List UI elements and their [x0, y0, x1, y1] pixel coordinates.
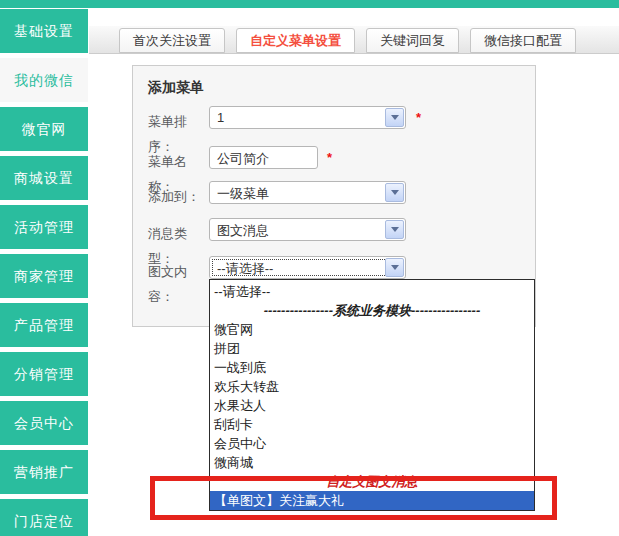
add-to-select[interactable]: 一级菜单 — [209, 181, 406, 204]
sidebar: 基础设置 我的微信 微官网 商城设置 活动管理 商家管理 产品管理 分销管理 会… — [0, 9, 88, 536]
sidebar-item-micro-site[interactable]: 微官网 — [0, 107, 88, 151]
dropdown-option-single-richtext-gift[interactable]: 【单图文】关注赢大礼 — [210, 491, 534, 510]
richtext-content-select[interactable]: --请选择-- — [209, 256, 406, 279]
dropdown-group-system-modules: ----------------系统业务模块---------------- — [210, 301, 534, 320]
dropdown-option-fruit-master[interactable]: 水果达人 — [210, 396, 534, 415]
dropdown-option-group-buy[interactable]: 拼团 — [210, 339, 534, 358]
sidebar-item-distribution-management[interactable]: 分销管理 — [0, 352, 88, 396]
sidebar-item-store-location[interactable]: 门店定位 — [0, 499, 88, 536]
dropdown-option-please-select[interactable]: --请选择-- — [210, 282, 534, 301]
richtext-content-value: --请选择-- — [217, 260, 273, 278]
sidebar-item-member-center[interactable]: 会员中心 — [0, 401, 88, 445]
menu-name-label-line1: 菜单名 — [148, 149, 206, 174]
dropdown-option-micro-mall[interactable]: 微商城 — [210, 453, 534, 472]
dropdown-option-member-center[interactable]: 会员中心 — [210, 434, 534, 453]
add-to-label: 添加到： — [148, 184, 206, 209]
tab-custom-menu-settings[interactable]: 自定义菜单设置 — [236, 28, 355, 53]
richtext-content-label: 图文内 容： — [148, 259, 206, 309]
menu-name-input[interactable]: 公司简介 — [209, 146, 318, 169]
message-type-select[interactable]: 图文消息 — [209, 218, 406, 241]
tab-bar: 首次关注设置 自定义菜单设置 关键词回复 微信接口配置 — [89, 26, 619, 54]
sidebar-item-product-management[interactable]: 产品管理 — [0, 303, 88, 347]
dropdown-group-custom-richtext: 自定义图文消息 — [210, 472, 534, 491]
tab-wechat-api-config[interactable]: 微信接口配置 — [470, 28, 576, 53]
tab-keyword-reply[interactable]: 关键词回复 — [366, 28, 459, 53]
chevron-down-icon[interactable] — [385, 258, 404, 277]
required-asterisk: * — [416, 110, 421, 125]
richtext-content-label-line1: 图文内 — [148, 259, 206, 284]
add-to-value: 一级菜单 — [217, 185, 269, 203]
sidebar-item-activity-management[interactable]: 活动管理 — [0, 205, 88, 249]
menu-order-label-line1: 菜单排 — [148, 109, 206, 134]
dropdown-option-micro-site[interactable]: 微官网 — [210, 320, 534, 339]
dropdown-option-quiz-battle[interactable]: 一战到底 — [210, 358, 534, 377]
dropdown-option-scratch-card[interactable]: 刮刮卡 — [210, 415, 534, 434]
message-type-value: 图文消息 — [217, 222, 269, 240]
richtext-content-label-line2: 容： — [148, 284, 206, 309]
dropdown-option-lucky-wheel[interactable]: 欢乐大转盘 — [210, 377, 534, 396]
add-to-label-line1: 添加到： — [148, 184, 206, 209]
menu-order-select[interactable]: 1 — [209, 106, 406, 129]
tab-first-follow-settings[interactable]: 首次关注设置 — [119, 28, 225, 53]
panel-title: 添加菜单 — [148, 79, 204, 97]
sidebar-item-marketing-promotion[interactable]: 营销推广 — [0, 450, 88, 494]
menu-order-value: 1 — [217, 110, 224, 125]
richtext-content-dropdown-list: --请选择-- ----------------系统业务模块----------… — [209, 279, 535, 511]
top-accent-bar — [0, 0, 619, 8]
required-asterisk: * — [327, 150, 332, 165]
sidebar-item-merchant-management[interactable]: 商家管理 — [0, 254, 88, 298]
chevron-down-icon[interactable] — [385, 220, 404, 239]
sidebar-item-basic-settings[interactable]: 基础设置 — [0, 9, 88, 53]
message-type-label-line1: 消息类 — [148, 221, 206, 246]
chevron-down-icon[interactable] — [385, 183, 404, 202]
chevron-down-icon[interactable] — [385, 108, 404, 127]
sidebar-item-my-wechat[interactable]: 我的微信 — [0, 58, 88, 102]
sidebar-item-mall-settings[interactable]: 商城设置 — [0, 156, 88, 200]
